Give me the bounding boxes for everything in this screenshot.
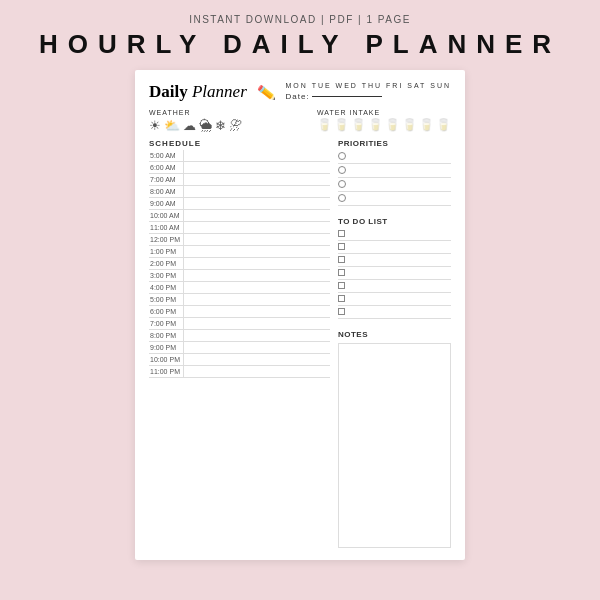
priority-circle <box>338 194 346 202</box>
time-cell: 2:00 PM <box>149 257 183 269</box>
entry-cell[interactable] <box>183 245 329 257</box>
entry-cell[interactable] <box>183 365 329 377</box>
entry-cell[interactable] <box>183 185 329 197</box>
date-row: Date: <box>286 92 452 101</box>
priority-row <box>338 178 451 192</box>
todo-row <box>338 293 451 306</box>
schedule-table: 5:00 AM6:00 AM7:00 AM8:00 AM9:00 AM10:00… <box>149 150 330 378</box>
priorities-label: PRIORITIES <box>338 139 451 148</box>
priority-circle <box>338 180 346 188</box>
days-row: MON TUE WED THU FRI SAT SUN <box>286 82 452 89</box>
priority-circle <box>338 166 346 174</box>
entry-cell[interactable] <box>183 305 329 317</box>
time-cell: 8:00 AM <box>149 185 183 197</box>
time-cell: 9:00 AM <box>149 197 183 209</box>
water-cup-6: 🥛 <box>402 118 417 133</box>
water-cup-2: 🥛 <box>334 118 349 133</box>
entry-cell[interactable] <box>183 317 329 329</box>
main-title: HOURLY DAILY PLANNER <box>39 29 561 60</box>
todo-checkbox[interactable] <box>338 308 345 315</box>
todo-row <box>338 241 451 254</box>
schedule-label: SCHEDULE <box>149 139 330 148</box>
entry-cell[interactable] <box>183 233 329 245</box>
time-cell: 7:00 AM <box>149 173 183 185</box>
entry-cell[interactable] <box>183 281 329 293</box>
time-cell: 6:00 PM <box>149 305 183 317</box>
entry-cell[interactable] <box>183 150 329 162</box>
schedule-row: 2:00 PM <box>149 257 330 269</box>
priority-row <box>338 192 451 206</box>
schedule-row: 11:00 PM <box>149 365 330 377</box>
todo-checkbox[interactable] <box>338 256 345 263</box>
top-text: INSTANT DOWNLOAD | PDF | 1 PAGE <box>189 14 411 25</box>
schedule-row: 6:00 AM <box>149 161 330 173</box>
cloud-sun-icon: ⛅ <box>164 118 180 134</box>
entry-cell[interactable] <box>183 197 329 209</box>
todo-row <box>338 228 451 241</box>
notes-block: NOTES <box>338 330 451 548</box>
water-cup-8: 🥛 <box>436 118 451 133</box>
schedule-row: 5:00 PM <box>149 293 330 305</box>
water-cup-7: 🥛 <box>419 118 434 133</box>
entry-cell[interactable] <box>183 257 329 269</box>
pencil-icon: ✏️ <box>253 81 277 105</box>
entry-cell[interactable] <box>183 221 329 233</box>
schedule-row: 12:00 PM <box>149 233 330 245</box>
water-cup-1: 🥛 <box>317 118 332 133</box>
storm-icon: ⛈ <box>229 118 242 134</box>
sun-icon: ☀ <box>149 118 161 134</box>
time-cell: 3:00 PM <box>149 269 183 281</box>
water-icons: 🥛 🥛 🥛 🥛 🥛 🥛 🥛 🥛 <box>317 118 451 133</box>
snow-icon: ❄ <box>215 118 226 134</box>
planner-card: Daily Planner ✏️ MON TUE WED THU FRI SAT… <box>135 70 465 560</box>
cloud-icon: ☁ <box>183 118 196 134</box>
schedule-row: 9:00 AM <box>149 197 330 209</box>
time-cell: 11:00 PM <box>149 365 183 377</box>
date-line <box>312 96 382 97</box>
water-label: WATER INTAKE <box>317 109 451 116</box>
schedule-row: 10:00 PM <box>149 353 330 365</box>
planner-title: Daily Planner ✏️ <box>149 82 275 103</box>
entry-cell[interactable] <box>183 329 329 341</box>
time-cell: 6:00 AM <box>149 161 183 173</box>
todo-checkbox[interactable] <box>338 230 345 237</box>
schedule-row: 5:00 AM <box>149 150 330 162</box>
time-cell: 11:00 AM <box>149 221 183 233</box>
schedule-row: 7:00 AM <box>149 173 330 185</box>
entry-cell[interactable] <box>183 209 329 221</box>
main-body: SCHEDULE 5:00 AM6:00 AM7:00 AM8:00 AM9:0… <box>149 139 451 548</box>
left-col: SCHEDULE 5:00 AM6:00 AM7:00 AM8:00 AM9:0… <box>149 139 330 548</box>
schedule-row: 10:00 AM <box>149 209 330 221</box>
entry-cell[interactable] <box>183 161 329 173</box>
schedule-row: 8:00 PM <box>149 329 330 341</box>
schedule-row: 11:00 AM <box>149 221 330 233</box>
entry-cell[interactable] <box>183 269 329 281</box>
entry-cell[interactable] <box>183 293 329 305</box>
todo-checkbox[interactable] <box>338 282 345 289</box>
weather-water-row: WEATHER ☀ ⛅ ☁ 🌦 ❄ ⛈ WATER INTAKE 🥛 🥛 🥛 🥛… <box>149 109 451 134</box>
water-cup-5: 🥛 <box>385 118 400 133</box>
todo-checkbox[interactable] <box>338 295 345 302</box>
todo-checkbox[interactable] <box>338 269 345 276</box>
time-cell: 8:00 PM <box>149 329 183 341</box>
entry-cell[interactable] <box>183 173 329 185</box>
todo-checkbox[interactable] <box>338 243 345 250</box>
time-cell: 5:00 PM <box>149 293 183 305</box>
time-cell: 10:00 PM <box>149 353 183 365</box>
priorities-block: PRIORITIES <box>338 139 451 206</box>
weather-label: WEATHER <box>149 109 242 116</box>
priority-circle <box>338 152 346 160</box>
notes-box <box>338 343 451 548</box>
todo-row <box>338 254 451 267</box>
entry-cell[interactable] <box>183 341 329 353</box>
schedule-row: 7:00 PM <box>149 317 330 329</box>
time-cell: 4:00 PM <box>149 281 183 293</box>
schedule-row: 8:00 AM <box>149 185 330 197</box>
entry-cell[interactable] <box>183 353 329 365</box>
title-italic: Planner <box>188 82 247 101</box>
time-cell: 10:00 AM <box>149 209 183 221</box>
card-header: Daily Planner ✏️ MON TUE WED THU FRI SAT… <box>149 82 451 103</box>
right-col: PRIORITIES TO DO LIST NOTES <box>338 139 451 548</box>
schedule-row: 3:00 PM <box>149 269 330 281</box>
notes-label: NOTES <box>338 330 451 339</box>
